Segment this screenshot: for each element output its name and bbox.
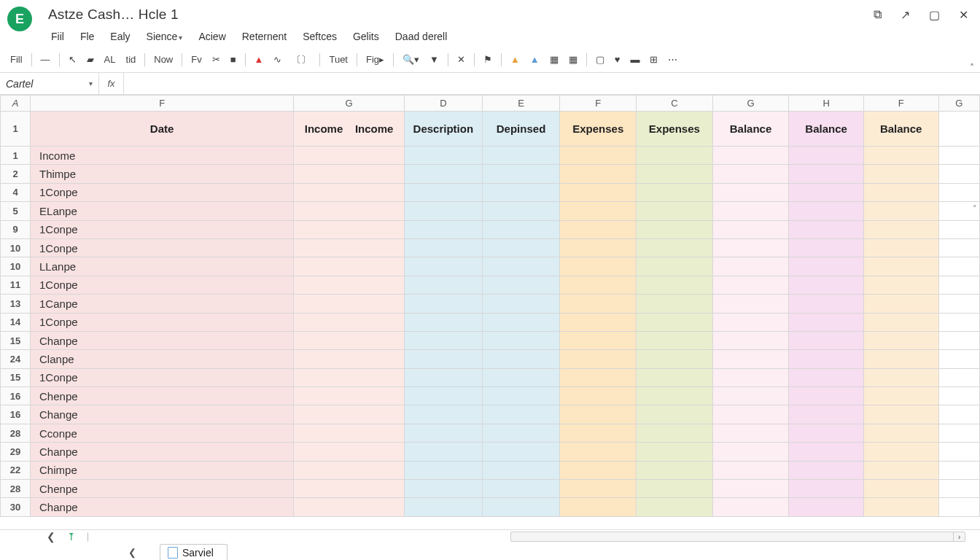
cell[interactable] — [789, 405, 864, 424]
cell[interactable] — [712, 461, 789, 479]
cell[interactable] — [938, 276, 980, 294]
cell[interactable] — [789, 276, 864, 294]
more-icon[interactable]: ⋯ — [665, 52, 680, 68]
cell[interactable] — [938, 238, 980, 257]
column-header[interactable]: F — [31, 96, 294, 112]
cell[interactable] — [405, 257, 483, 276]
cell[interactable] — [482, 461, 560, 479]
cell[interactable] — [712, 202, 789, 220]
cell[interactable] — [789, 331, 864, 349]
row-header[interactable]: 13 — [1, 295, 31, 313]
cell[interactable] — [712, 257, 789, 276]
cell[interactable] — [482, 350, 560, 368]
cell[interactable] — [863, 368, 938, 386]
flag-icon[interactable]: ⚑ — [481, 52, 495, 68]
cell[interactable] — [482, 368, 560, 386]
cell[interactable] — [712, 424, 789, 442]
cell[interactable] — [560, 257, 637, 276]
cell[interactable] — [789, 257, 864, 276]
tab-nav-prev-icon[interactable]: ❮ — [41, 531, 61, 542]
cell[interactable] — [863, 257, 938, 276]
cell[interactable] — [863, 202, 938, 220]
row-header[interactable]: 30 — [1, 498, 31, 516]
cell[interactable] — [560, 424, 637, 442]
name-box-dropdown-icon[interactable]: ▾ — [89, 79, 93, 88]
underline-icon[interactable]: ▬ — [627, 52, 642, 68]
collapse-ribbon-icon[interactable]: ˄ — [970, 63, 974, 73]
cell[interactable] — [405, 165, 483, 183]
horizontal-scrollbar[interactable]: › — [510, 532, 965, 542]
cell[interactable] — [482, 220, 560, 238]
cell[interactable] — [712, 498, 789, 516]
cell[interactable] — [712, 405, 789, 424]
cell[interactable] — [482, 443, 560, 461]
cell[interactable] — [863, 498, 938, 516]
cell[interactable] — [789, 202, 864, 220]
cell[interactable] — [637, 238, 713, 257]
cell[interactable] — [938, 165, 980, 183]
cell[interactable] — [405, 276, 483, 294]
cell[interactable] — [405, 387, 483, 405]
column-header[interactable]: G — [938, 96, 980, 112]
close-button[interactable]: ✕ — [959, 8, 968, 22]
now-tool[interactable]: Now — [151, 52, 176, 68]
category-header-cell[interactable]: Income Income — [294, 112, 405, 147]
cell[interactable] — [560, 165, 637, 183]
cell[interactable] — [637, 220, 713, 238]
cell[interactable] — [938, 498, 980, 516]
cell[interactable] — [560, 147, 637, 165]
column-header[interactable]: G — [294, 96, 405, 112]
strike-icon[interactable]: ✂ — [209, 52, 223, 68]
cell[interactable] — [637, 480, 713, 498]
cell[interactable] — [560, 238, 637, 257]
cell[interactable] — [938, 443, 980, 461]
cell[interactable] — [482, 424, 560, 442]
cell[interactable] — [637, 331, 713, 349]
cell[interactable] — [482, 257, 560, 276]
row-header[interactable]: 14 — [1, 313, 31, 331]
cell[interactable] — [637, 257, 713, 276]
row-header[interactable]: 9 — [1, 220, 31, 238]
cell[interactable] — [637, 424, 713, 442]
fill-tool[interactable]: Fill — [7, 52, 26, 68]
cell[interactable] — [712, 276, 789, 294]
column-header[interactable]: G — [712, 96, 789, 112]
cell[interactable] — [938, 480, 980, 498]
cell[interactable] — [560, 276, 637, 294]
tab-nav-marker-icon[interactable]: ⎸ — [82, 532, 101, 542]
cell[interactable] — [938, 387, 980, 405]
cell[interactable] — [405, 147, 483, 165]
cell[interactable] — [789, 350, 864, 368]
cell[interactable] — [482, 183, 560, 201]
cell[interactable] — [560, 443, 637, 461]
cell[interactable] — [789, 238, 864, 257]
row-header[interactable]: 29 — [1, 443, 31, 461]
cell[interactable] — [637, 387, 713, 405]
row-header[interactable]: 1 — [1, 112, 31, 147]
cell[interactable]: 1Conpe — [31, 276, 294, 294]
cell[interactable]: Chanpe — [31, 331, 294, 349]
cell[interactable] — [712, 183, 789, 201]
cell[interactable] — [560, 480, 637, 498]
name-box[interactable]: ▾ — [0, 73, 99, 94]
cell[interactable] — [712, 331, 789, 349]
cell[interactable] — [637, 295, 713, 313]
cell[interactable] — [863, 331, 938, 349]
cell[interactable] — [789, 295, 864, 313]
row-header[interactable]: 2 — [1, 165, 31, 183]
category-header-cell[interactable]: Expenses — [560, 112, 637, 147]
cell[interactable] — [712, 165, 789, 183]
menu-seftces[interactable]: Seftces — [303, 31, 337, 42]
cell[interactable] — [712, 368, 789, 386]
cell[interactable] — [863, 183, 938, 201]
tab-nav-home-icon[interactable]: ⤒ — [61, 531, 82, 542]
cell[interactable] — [560, 331, 637, 349]
cell[interactable]: Chanpe — [31, 443, 294, 461]
cell[interactable] — [482, 498, 560, 516]
fig-tool[interactable]: Fig▸ — [363, 52, 387, 68]
cell[interactable] — [938, 183, 980, 201]
column-header[interactable]: F — [560, 96, 637, 112]
cell[interactable] — [294, 480, 405, 498]
cell[interactable] — [789, 165, 864, 183]
cell[interactable] — [938, 461, 980, 479]
